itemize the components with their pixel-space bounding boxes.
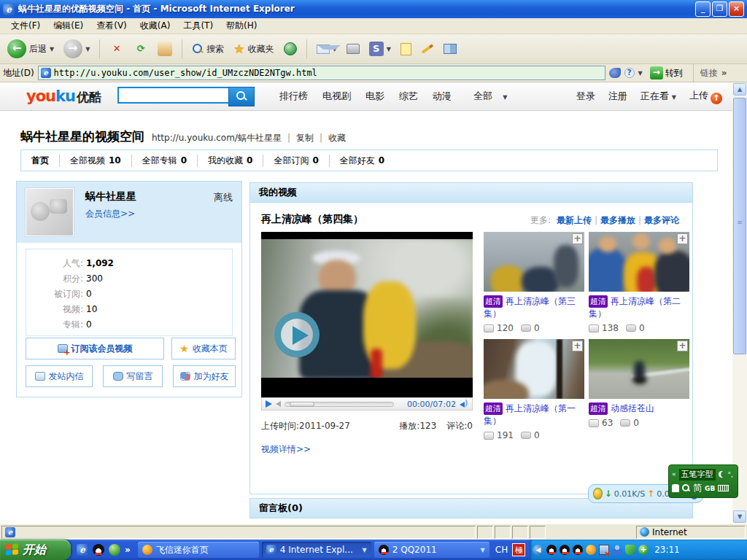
simplified-toggle[interactable]: 简 xyxy=(693,482,702,494)
vertical-scrollbar[interactable]: ▲ ≡ ▼ xyxy=(732,82,747,524)
fullhalf-moon-icon[interactable] xyxy=(719,471,725,478)
seek-bar[interactable] xyxy=(285,402,394,407)
start-button[interactable]: 开始 xyxy=(0,540,71,560)
task-qq-group[interactable]: 2 QQ2011 ▼ xyxy=(374,542,489,558)
tray-plus-icon[interactable]: + xyxy=(638,545,649,555)
forward-button[interactable]: → ▼ xyxy=(61,38,93,60)
tab-albums[interactable]: 全部专辑0 xyxy=(132,155,198,167)
stop-button[interactable]: ✕ xyxy=(107,40,127,58)
help-plugin-icon[interactable]: ? xyxy=(624,68,635,78)
ime-indicator[interactable]: 極 xyxy=(512,543,525,556)
play-button[interactable] xyxy=(266,400,272,408)
scroll-thumb[interactable]: ≡ xyxy=(733,98,746,354)
video-title-link[interactable]: 动感括苍山 xyxy=(611,403,654,413)
chevron-down-icon[interactable]: ▼ xyxy=(50,46,54,52)
upload-link[interactable]: 上传↑ xyxy=(689,89,722,104)
subscribe-button[interactable]: 订阅该会员视频 xyxy=(26,338,164,359)
tab-my-favorites[interactable]: 我的收藏0 xyxy=(198,155,263,167)
edit-button[interactable] xyxy=(418,46,437,52)
ime-mode[interactable]: 五笔字型 xyxy=(679,469,716,481)
keyboard-icon[interactable] xyxy=(718,485,729,491)
bird-plugin-icon[interactable] xyxy=(609,68,621,78)
chevron-down-icon[interactable]: ▼ xyxy=(85,46,90,52)
add-icon[interactable]: + xyxy=(677,233,688,244)
task-ie-group[interactable]: e 4 Internet Expl... ▼ xyxy=(262,542,371,558)
add-icon[interactable]: + xyxy=(572,341,583,351)
green-app-quicklaunch-icon[interactable] xyxy=(109,544,120,556)
menu-help[interactable]: 帮助(H) xyxy=(220,18,263,34)
messenger-button[interactable]: S▼ xyxy=(366,40,394,58)
write-comment-button[interactable]: 写留言 xyxy=(103,365,163,387)
seek-handle[interactable] xyxy=(290,402,314,407)
menu-file[interactable]: 文件(F) xyxy=(4,18,47,34)
links-label[interactable]: 链接 xyxy=(700,67,718,79)
hand-icon[interactable] xyxy=(672,484,679,492)
tray-network-error-icon[interactable] xyxy=(599,545,609,555)
chevron-down-icon[interactable]: ▼ xyxy=(387,46,391,52)
chevron-down-icon[interactable]: ▼ xyxy=(363,547,367,553)
link-latest-upload[interactable]: 最新上传 xyxy=(557,215,592,225)
search-icon[interactable] xyxy=(682,484,690,492)
youku-logo[interactable]: youku优酷 xyxy=(26,88,101,106)
add-friend-button[interactable]: 加为好友 xyxy=(173,365,236,387)
tab-home[interactable]: 首页 xyxy=(21,155,60,167)
close-button[interactable]: × xyxy=(729,1,744,17)
task-fetion[interactable]: 飞信迷你首页 xyxy=(138,542,259,558)
tray-fetion-icon[interactable] xyxy=(586,545,596,555)
ie-quicklaunch-icon[interactable]: e xyxy=(77,544,88,556)
play-overlay-icon[interactable] xyxy=(274,312,320,357)
nav-anime[interactable]: 动漫 xyxy=(425,90,459,103)
member-info-link[interactable]: 会员信息>> xyxy=(85,208,135,220)
nav-movies[interactable]: 电影 xyxy=(358,90,392,103)
go-button[interactable]: → 转到 xyxy=(646,66,686,80)
nav-tv[interactable]: 电视剧 xyxy=(315,90,358,103)
qq-quicklaunch-icon[interactable] xyxy=(93,544,104,556)
collapse-icon[interactable]: « xyxy=(672,471,676,478)
send-message-button[interactable]: 发站内信 xyxy=(26,365,93,387)
language-indicator[interactable]: CH xyxy=(491,545,512,555)
tray-qq-icon[interactable] xyxy=(546,545,557,555)
favorite-page-button[interactable]: ★收藏本页 xyxy=(171,338,236,359)
video-player[interactable]: 00:00/07:02 xyxy=(261,232,473,397)
menu-view[interactable]: 查看(V) xyxy=(90,18,133,34)
tray-collapse-icon[interactable]: ◀ xyxy=(533,545,543,556)
add-icon[interactable]: + xyxy=(677,341,688,351)
scroll-down-button[interactable]: ▼ xyxy=(733,510,746,523)
video-thumbnail[interactable]: + xyxy=(484,232,584,292)
login-link[interactable]: 登录 xyxy=(576,90,595,103)
tray-qq-icon[interactable] xyxy=(560,545,570,555)
history-button[interactable] xyxy=(281,41,300,57)
nav-variety[interactable]: 综艺 xyxy=(392,90,425,103)
quicklaunch-overflow-icon[interactable]: » xyxy=(125,545,131,555)
video-thumbnail[interactable]: + xyxy=(589,339,689,399)
favorites-button[interactable]: ★ 收藏夹 xyxy=(231,40,276,58)
menu-favorites[interactable]: 收藏(A) xyxy=(133,18,177,34)
chevron-down-icon[interactable]: ▼ xyxy=(481,547,485,553)
watching-link[interactable]: 正在看 ▼ xyxy=(640,90,676,103)
notes-button[interactable] xyxy=(398,42,414,57)
chevron-down-icon[interactable]: ▼ xyxy=(638,70,643,77)
menu-edit[interactable]: 编辑(E) xyxy=(47,18,90,34)
menu-tools[interactable]: 工具(T) xyxy=(177,18,220,34)
video-thumbnail[interactable]: + xyxy=(589,232,689,292)
print-button[interactable] xyxy=(344,42,363,55)
tray-qq-icon[interactable] xyxy=(573,545,583,555)
punctuation-icon[interactable]: °, xyxy=(728,471,733,478)
site-search-button[interactable] xyxy=(228,87,255,106)
links-chevron-icon[interactable]: » xyxy=(721,68,727,78)
back-button[interactable]: ← 后退 ▼ xyxy=(4,38,57,60)
link-most-commented[interactable]: 最多评论 xyxy=(644,215,679,225)
add-icon[interactable]: + xyxy=(572,233,583,244)
tray-person-icon[interactable] xyxy=(612,545,622,555)
scroll-up-button[interactable]: ▲ xyxy=(733,83,746,96)
copy-link[interactable]: 复制 xyxy=(296,132,314,144)
encoding-label[interactable]: GB xyxy=(705,485,715,492)
address-input[interactable]: e http://u.youku.com/user_show/id_UMzczN… xyxy=(38,66,605,80)
tab-friends[interactable]: 全部好友0 xyxy=(330,155,395,167)
restore-button[interactable]: ❐ xyxy=(712,1,727,17)
minimize-button[interactable]: _ xyxy=(695,1,711,17)
avatar[interactable] xyxy=(26,188,74,236)
tab-subscriptions[interactable]: 全部订阅0 xyxy=(263,155,329,167)
nav-ranking[interactable]: 排行榜 xyxy=(272,90,315,103)
tab-all-videos[interactable]: 全部视频10 xyxy=(60,155,132,167)
